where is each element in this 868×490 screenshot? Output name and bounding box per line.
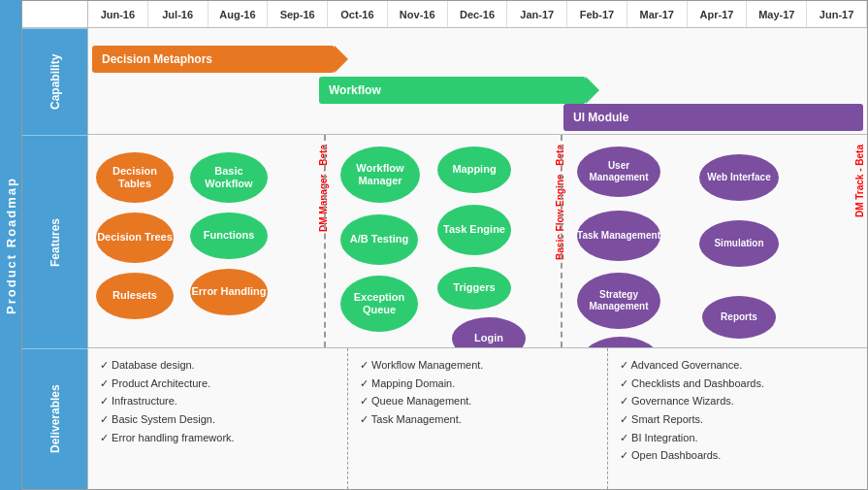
functions-ellipse: Functions [190, 212, 268, 259]
task-engine-ellipse: Task Engine [437, 205, 511, 255]
main-grid: Decision Metaphors Workflow UI Module [88, 28, 867, 489]
product-roadmap-label: Product Roadmap [0, 0, 21, 490]
mapping-ellipse: Mapping [437, 147, 511, 193]
triggers-ellipse: Triggers [437, 267, 511, 310]
month-jan17: Jan-17 [507, 1, 567, 27]
workflow-manager-ellipse: Workflow Manager [340, 147, 420, 203]
rulesets-ellipse: Rulesets [96, 273, 174, 319]
month-feb17: Feb-17 [567, 1, 627, 27]
month-oct16: Oct-16 [328, 1, 388, 27]
features-label: Features [22, 135, 87, 348]
dashed-line-1 [324, 135, 326, 347]
month-jun17: Jun-17 [807, 1, 867, 27]
deliverable-2-2: Mapping Domain. [360, 375, 595, 393]
deliverable-2-3: Queue Management. [360, 392, 595, 410]
month-sep16: Sep-16 [268, 1, 328, 27]
simulation-ellipse: Simulation [699, 220, 779, 267]
deliverables-label: Deliverables [22, 348, 87, 489]
month-may17: May-17 [747, 1, 807, 27]
deliverables-col1: Database design. Product Architecture. I… [88, 348, 348, 489]
deliverable-1-2: Product Architecture. [100, 375, 336, 393]
deliverable-1-5: Error handling framework. [100, 429, 336, 447]
exception-queue-ellipse: Exception Queue [340, 276, 418, 332]
web-interface-ellipse: Web Interface [699, 154, 779, 201]
deliverables-content: Database design. Product Architecture. I… [88, 348, 867, 489]
deliverable-3-4: Smart Reports. [620, 410, 855, 429]
deliverable-3-5: BI Integration. [620, 429, 855, 447]
month-nov16: Nov-16 [388, 1, 448, 27]
deliverables-col2: Workflow Management. Mapping Domain. Que… [348, 348, 608, 489]
deliverable-2-1: Workflow Management. [360, 356, 595, 375]
ui-module-bar: UI Module [563, 104, 863, 131]
deliverable-2-4: Task Management. [360, 410, 595, 429]
capability-label: Capability [22, 28, 87, 135]
month-mar17: Mar-17 [627, 1, 688, 27]
month-jul16: Jul-16 [148, 1, 209, 27]
deliverable-3-6: Open Dashboards. [620, 446, 855, 465]
months-container: Jun-16 Jul-16 Aug-16 Sep-16 Oct-16 Nov-1… [88, 1, 867, 27]
content-area: Capability Features Deliverables Decisio… [22, 28, 867, 489]
task-management-ellipse: Task Management [577, 211, 660, 261]
label-column: Capability Features Deliverables [22, 28, 88, 489]
deliverable-3-3: Governance Wizards. [620, 392, 855, 410]
strategy-management-ellipse: Strategy Management [577, 273, 660, 329]
spacer [22, 1, 88, 27]
beta-label-3: DM Track - Beta [854, 145, 865, 217]
deliverable-3-1: Advanced Governance. [620, 356, 855, 375]
decision-trees-ellipse: Decision Trees [96, 212, 174, 263]
login-ellipse: Login [452, 317, 526, 348]
page-container: Product Roadmap Jun-16 Jul-16 Aug-16 Sep… [0, 0, 868, 490]
month-header: Jun-16 Jul-16 Aug-16 Sep-16 Oct-16 Nov-1… [22, 1, 867, 28]
features-row: DM Manager - Beta Basic Flow Engine - Be… [88, 135, 867, 348]
month-jun16: Jun-16 [88, 1, 148, 27]
month-apr17: Apr-17 [688, 1, 748, 27]
main-container: Jun-16 Jul-16 Aug-16 Sep-16 Oct-16 Nov-1… [21, 0, 868, 490]
month-dec16: Dec-16 [448, 1, 508, 27]
admin-module-ellipse: Admin Module [581, 337, 660, 348]
deliverable-1-4: Basic System Design. [100, 410, 336, 429]
reports-ellipse: Reports [702, 296, 776, 339]
workflow-bar: Workflow [319, 77, 586, 104]
decision-metaphors-bar: Decision Metaphors [92, 46, 335, 73]
month-aug16: Aug-16 [209, 1, 269, 27]
user-management-ellipse: User Management [577, 147, 660, 197]
deliverable-3-2: Checklists and Dashboards. [620, 375, 855, 393]
error-handling-ellipse: Error Handling [190, 269, 268, 315]
ab-testing-ellipse: A/B Testing [340, 214, 418, 265]
deliverables-row: Database design. Product Architecture. I… [88, 348, 867, 489]
deliverable-1-1: Database design. [100, 356, 336, 375]
deliverables-col3: Advanced Governance. Checklists and Dash… [608, 348, 867, 489]
capability-row: Decision Metaphors Workflow UI Module [88, 28, 867, 135]
deliverable-1-3: Infrastructure. [100, 392, 336, 410]
basic-workflow-ellipse: Basic Workflow [190, 152, 268, 203]
dashed-line-2 [561, 135, 563, 347]
decision-tables-ellipse: Decision Tables [96, 152, 174, 203]
